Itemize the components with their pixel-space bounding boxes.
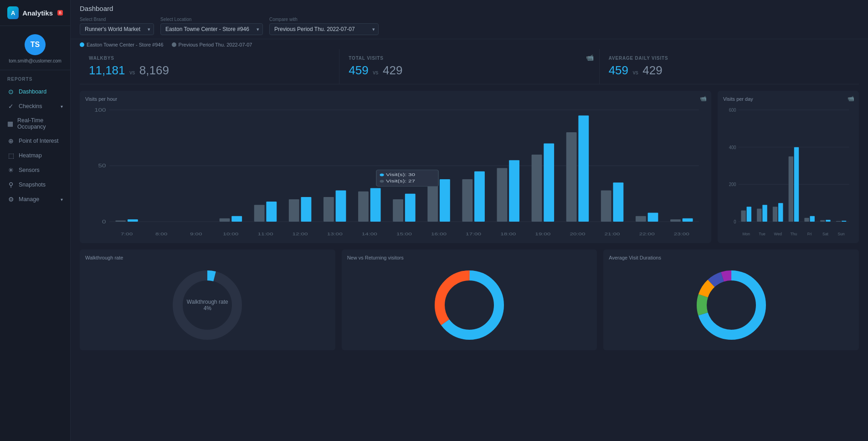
svg-rect-73 bbox=[757, 208, 761, 222]
svg-point-58 bbox=[380, 174, 384, 176]
svg-text:7:00: 7:00 bbox=[121, 232, 133, 236]
logo-badge: B bbox=[57, 10, 63, 16]
svg-text:22:00: 22:00 bbox=[639, 232, 655, 236]
compare-filter-wrap: Previous Period Thu. 2022-07-07 bbox=[269, 23, 379, 35]
svg-rect-48 bbox=[601, 190, 611, 222]
checkins-label: Checkins bbox=[19, 103, 42, 109]
location-select[interactable]: Easton Towne Center - Store #946 bbox=[160, 23, 263, 35]
sidebar-item-heatmap[interactable]: ⬚ Heatmap bbox=[0, 148, 70, 163]
manage-icon: ⚙ bbox=[7, 196, 15, 203]
svg-text:100: 100 bbox=[94, 108, 106, 113]
svg-text:20:00: 20:00 bbox=[570, 232, 585, 236]
walkthrough-rate-pct: 4% bbox=[187, 305, 228, 311]
svg-text:600: 600 bbox=[729, 108, 736, 113]
svg-text:0: 0 bbox=[102, 219, 106, 225]
compare-select[interactable]: Previous Period Thu. 2022-07-07 bbox=[269, 23, 379, 35]
svg-text:9:00: 9:00 bbox=[190, 232, 202, 236]
svg-text:17:00: 17:00 bbox=[466, 232, 481, 236]
kpi-compare-walkbys: 8,169 bbox=[139, 63, 169, 77]
location-filter-label: Select Location bbox=[160, 17, 263, 22]
sidebar-item-dashboard[interactable]: ⊙ Dashboard bbox=[0, 84, 70, 99]
svg-rect-85 bbox=[820, 220, 825, 222]
charts-row: Visits per hour 📹 0501007:008:009:0010:0… bbox=[71, 84, 868, 243]
svg-rect-37 bbox=[474, 171, 485, 222]
brand-filter-group: Select Brand Runner's World Market bbox=[80, 17, 154, 35]
kpi-vs-walkbys: vs bbox=[129, 69, 135, 76]
sidebar-item-checkins[interactable]: ✓ Checkins ▾ bbox=[0, 99, 70, 114]
kpi-vs-avg_daily: vs bbox=[633, 69, 638, 76]
walkthrough-title: Walkthrough rate bbox=[85, 255, 330, 260]
svg-text:Sun: Sun bbox=[837, 232, 844, 236]
kpi-label-total_visits: TOTAL VISITS bbox=[349, 56, 590, 61]
sidebar-item-snapshots[interactable]: ⚲ Snapshots bbox=[0, 177, 70, 192]
brand-filter-label: Select Brand bbox=[80, 17, 154, 22]
svg-text:19:00: 19:00 bbox=[535, 232, 550, 236]
visits-per-hour-chart: 0501007:008:009:0010:0011:0012:0013:0014… bbox=[85, 105, 706, 238]
svg-point-60 bbox=[380, 180, 384, 183]
svg-rect-80 bbox=[794, 147, 799, 222]
logo-icon: A bbox=[7, 6, 19, 19]
legend-item: Previous Period Thu. 2022-07-07 bbox=[172, 42, 252, 47]
svg-rect-19 bbox=[266, 202, 277, 222]
manage-label: Manage bbox=[19, 196, 39, 202]
svg-rect-42 bbox=[532, 155, 542, 222]
svg-text:13:00: 13:00 bbox=[327, 232, 343, 236]
poi-label: Point of Interest bbox=[19, 138, 59, 144]
heatmap-icon: ⬚ bbox=[7, 152, 15, 159]
kpi-value-total_visits: 459 bbox=[349, 63, 368, 77]
svg-rect-76 bbox=[773, 207, 777, 222]
heatmap-label: Heatmap bbox=[19, 152, 42, 159]
svg-rect-83 bbox=[810, 216, 815, 222]
svg-rect-25 bbox=[336, 190, 346, 222]
snapshots-label: Snapshots bbox=[19, 182, 46, 188]
svg-rect-86 bbox=[826, 220, 830, 222]
cam-icon-day: 📹 bbox=[847, 95, 854, 102]
avatar: TS bbox=[25, 34, 46, 55]
visits-per-day-title: Visits per day bbox=[723, 96, 853, 102]
brand-filter-wrap: Runner's World Market bbox=[80, 23, 154, 35]
legend-dot bbox=[80, 42, 84, 47]
location-filter-wrap: Easton Towne Center - Store #946 bbox=[160, 23, 263, 35]
sidebar-item-poi[interactable]: ⊕ Point of Interest bbox=[0, 134, 70, 148]
kpi-compare-avg_daily: 429 bbox=[642, 63, 662, 77]
kpi-card-total_visits: TOTAL VISITS 459 vs 429 📹 bbox=[339, 49, 599, 84]
sensors-label: Sensors bbox=[19, 167, 40, 173]
realtime-label: Real-Time Occupancy bbox=[17, 117, 63, 130]
kpi-cam-icon: 📹 bbox=[586, 54, 594, 61]
daily-chart-svg: 0200400600MonTueWedThuFriSatSun bbox=[723, 105, 853, 238]
svg-rect-51 bbox=[636, 216, 646, 222]
svg-rect-54 bbox=[670, 219, 681, 222]
legend-label: Previous Period Thu. 2022-07-07 bbox=[179, 42, 252, 47]
svg-rect-30 bbox=[393, 199, 403, 222]
svg-rect-89 bbox=[842, 221, 846, 222]
legend-row: Easton Towne Center - Store #946Previous… bbox=[71, 39, 868, 49]
svg-rect-34 bbox=[440, 179, 450, 222]
sidebar-item-sensors[interactable]: ✳ Sensors bbox=[0, 163, 70, 177]
nav-list: ⊙ Dashboard ✓ Checkins ▾ ▦ Real-Time Occ… bbox=[0, 84, 70, 207]
svg-rect-28 bbox=[370, 188, 381, 222]
svg-text:200: 200 bbox=[729, 182, 736, 187]
sidebar-item-realtime[interactable]: ▦ Real-Time Occupancy bbox=[0, 114, 70, 134]
logo-area: A Analytiks B bbox=[0, 0, 70, 26]
legend-label: Easton Towne Center - Store #946 bbox=[87, 42, 164, 47]
svg-rect-18 bbox=[254, 205, 265, 222]
sidebar-item-manage[interactable]: ⚙ Manage ▾ bbox=[0, 192, 70, 207]
svg-rect-15 bbox=[220, 218, 230, 222]
walkthrough-donut-container: Walkthrough rate 4% bbox=[85, 265, 330, 345]
svg-rect-7 bbox=[128, 219, 138, 222]
svg-rect-45 bbox=[566, 132, 577, 222]
new-vs-returning-title: New vs Returning visitors bbox=[347, 255, 592, 260]
svg-rect-46 bbox=[578, 115, 589, 222]
visits-per-day-chart: 0200400600MonTueWedThuFriSatSun bbox=[723, 105, 853, 238]
svg-rect-49 bbox=[613, 182, 623, 222]
avg-visit-donut bbox=[609, 265, 853, 345]
manage-expand-icon: ▾ bbox=[61, 197, 63, 202]
sidebar: A Analytiks B TS tom.smith@customer.com … bbox=[0, 0, 71, 441]
svg-text:Sat: Sat bbox=[822, 232, 828, 236]
brand-select[interactable]: Runner's World Market bbox=[80, 23, 154, 35]
svg-rect-71 bbox=[747, 207, 751, 222]
kpi-card-avg_daily: AVERAGE DAILY VISITS 459 vs 429 bbox=[600, 49, 859, 84]
svg-text:14:00: 14:00 bbox=[362, 232, 377, 236]
dashboard-label: Dashboard bbox=[19, 88, 46, 95]
kpi-vs-total_visits: vs bbox=[373, 69, 378, 76]
